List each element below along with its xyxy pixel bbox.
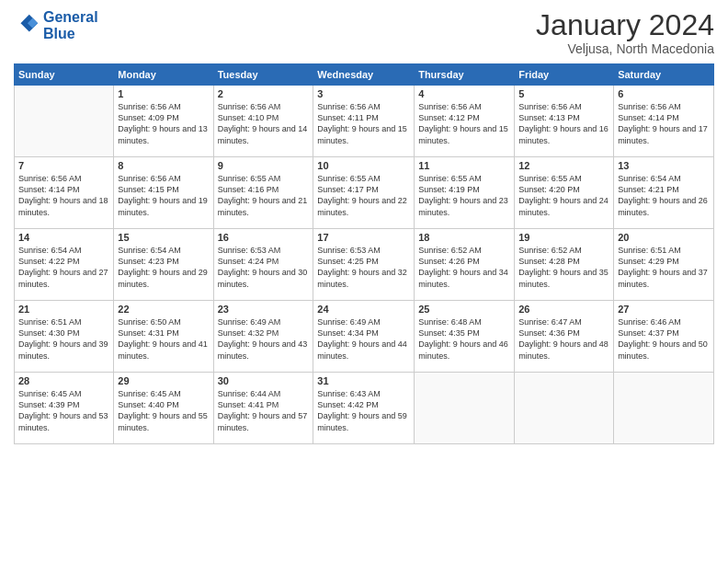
day-number: 2: [218, 88, 310, 99]
day-number: 13: [618, 160, 710, 171]
calendar-cell: 31Sunrise: 6:43 AMSunset: 4:42 PMDayligh…: [313, 373, 415, 444]
calendar-cell: 29Sunrise: 6:45 AMSunset: 4:40 PMDayligh…: [114, 373, 213, 444]
calendar-cell: [614, 373, 714, 444]
calendar-cell: 25Sunrise: 6:48 AMSunset: 4:35 PMDayligh…: [415, 301, 515, 373]
day-number: 22: [118, 304, 209, 315]
day-info: Sunrise: 6:44 AMSunset: 4:41 PMDaylight:…: [218, 388, 310, 433]
calendar-cell: 21Sunrise: 6:51 AMSunset: 4:30 PMDayligh…: [15, 301, 114, 373]
day-info: Sunrise: 6:53 AMSunset: 4:24 PMDaylight:…: [218, 245, 310, 290]
header-day-sunday: Sunday: [15, 64, 114, 86]
day-info: Sunrise: 6:54 AMSunset: 4:23 PMDaylight:…: [118, 245, 209, 290]
day-info: Sunrise: 6:47 AMSunset: 4:36 PMDaylight:…: [518, 316, 609, 362]
calendar-cell: 8Sunrise: 6:56 AMSunset: 4:15 PMDaylight…: [114, 157, 213, 229]
day-info: Sunrise: 6:56 AMSunset: 4:13 PMDaylight:…: [518, 101, 609, 146]
day-number: 31: [317, 375, 410, 386]
day-number: 17: [317, 232, 410, 243]
logo-text: General Blue: [43, 9, 98, 41]
day-number: 7: [18, 160, 109, 171]
day-number: 26: [518, 304, 609, 315]
day-info: Sunrise: 6:52 AMSunset: 4:28 PMDaylight:…: [518, 245, 609, 290]
header: General Blue January 2024 Veljusa, North…: [14, 9, 714, 56]
calendar-header-row: SundayMondayTuesdayWednesdayThursdayFrid…: [15, 64, 714, 86]
day-number: 9: [218, 160, 310, 171]
calendar-cell: 11Sunrise: 6:55 AMSunset: 4:19 PMDayligh…: [415, 157, 515, 229]
day-number: 1: [118, 88, 209, 99]
day-info: Sunrise: 6:51 AMSunset: 4:29 PMDaylight:…: [618, 245, 710, 290]
logo-icon: [14, 13, 40, 39]
calendar-cell: 22Sunrise: 6:50 AMSunset: 4:31 PMDayligh…: [114, 301, 213, 373]
calendar-cell: 10Sunrise: 6:55 AMSunset: 4:17 PMDayligh…: [313, 157, 415, 229]
calendar-cell: 13Sunrise: 6:54 AMSunset: 4:21 PMDayligh…: [614, 157, 714, 229]
day-number: 10: [317, 160, 410, 171]
day-number: 23: [218, 304, 310, 315]
day-number: 29: [118, 375, 209, 386]
day-info: Sunrise: 6:56 AMSunset: 4:09 PMDaylight:…: [118, 101, 209, 146]
calendar-week-1: 7Sunrise: 6:56 AMSunset: 4:14 PMDaylight…: [15, 157, 714, 229]
header-day-thursday: Thursday: [415, 64, 515, 86]
day-number: 27: [618, 304, 710, 315]
calendar-title: January 2024: [536, 9, 714, 41]
header-day-tuesday: Tuesday: [213, 64, 313, 86]
calendar-cell: 1Sunrise: 6:56 AMSunset: 4:09 PMDaylight…: [114, 86, 213, 157]
day-number: 14: [18, 232, 109, 243]
calendar-cell: [415, 373, 515, 444]
calendar-cell: 17Sunrise: 6:53 AMSunset: 4:25 PMDayligh…: [313, 229, 415, 301]
calendar-week-2: 14Sunrise: 6:54 AMSunset: 4:22 PMDayligh…: [15, 229, 714, 301]
day-number: 16: [218, 232, 310, 243]
day-info: Sunrise: 6:56 AMSunset: 4:12 PMDaylight:…: [418, 101, 510, 146]
day-info: Sunrise: 6:56 AMSunset: 4:10 PMDaylight:…: [218, 101, 310, 146]
day-number: 8: [118, 160, 209, 171]
calendar-cell: 7Sunrise: 6:56 AMSunset: 4:14 PMDaylight…: [15, 157, 114, 229]
day-number: 12: [518, 160, 609, 171]
calendar-cell: [515, 373, 614, 444]
day-info: Sunrise: 6:52 AMSunset: 4:26 PMDaylight:…: [418, 245, 510, 290]
day-info: Sunrise: 6:55 AMSunset: 4:20 PMDaylight:…: [518, 173, 609, 218]
day-number: 28: [18, 375, 109, 386]
calendar-cell: 5Sunrise: 6:56 AMSunset: 4:13 PMDaylight…: [515, 86, 614, 157]
title-block: January 2024 Veljusa, North Macedonia: [536, 9, 714, 56]
calendar-cell: 14Sunrise: 6:54 AMSunset: 4:22 PMDayligh…: [15, 229, 114, 301]
header-day-friday: Friday: [515, 64, 614, 86]
logo: General Blue: [14, 9, 98, 41]
day-info: Sunrise: 6:54 AMSunset: 4:21 PMDaylight:…: [618, 173, 710, 218]
calendar-week-4: 28Sunrise: 6:45 AMSunset: 4:39 PMDayligh…: [15, 373, 714, 444]
day-number: 4: [418, 88, 510, 99]
header-day-wednesday: Wednesday: [313, 64, 415, 86]
calendar-cell: 30Sunrise: 6:44 AMSunset: 4:41 PMDayligh…: [213, 373, 313, 444]
calendar-cell: 4Sunrise: 6:56 AMSunset: 4:12 PMDaylight…: [415, 86, 515, 157]
day-info: Sunrise: 6:48 AMSunset: 4:35 PMDaylight:…: [418, 316, 510, 362]
calendar-cell: 3Sunrise: 6:56 AMSunset: 4:11 PMDaylight…: [313, 86, 415, 157]
day-number: 18: [418, 232, 510, 243]
day-info: Sunrise: 6:55 AMSunset: 4:19 PMDaylight:…: [418, 173, 510, 218]
day-info: Sunrise: 6:49 AMSunset: 4:32 PMDaylight:…: [218, 316, 310, 362]
calendar-cell: 28Sunrise: 6:45 AMSunset: 4:39 PMDayligh…: [15, 373, 114, 444]
day-info: Sunrise: 6:53 AMSunset: 4:25 PMDaylight:…: [317, 245, 410, 290]
calendar-cell: 19Sunrise: 6:52 AMSunset: 4:28 PMDayligh…: [515, 229, 614, 301]
day-number: 21: [18, 304, 109, 315]
day-number: 15: [118, 232, 209, 243]
day-number: 11: [418, 160, 510, 171]
day-info: Sunrise: 6:45 AMSunset: 4:39 PMDaylight:…: [18, 388, 109, 433]
day-info: Sunrise: 6:46 AMSunset: 4:37 PMDaylight:…: [618, 316, 710, 362]
calendar-cell: 16Sunrise: 6:53 AMSunset: 4:24 PMDayligh…: [213, 229, 313, 301]
day-info: Sunrise: 6:49 AMSunset: 4:34 PMDaylight:…: [317, 316, 410, 362]
day-number: 3: [317, 88, 410, 99]
day-info: Sunrise: 6:55 AMSunset: 4:17 PMDaylight:…: [317, 173, 410, 218]
calendar-cell: 15Sunrise: 6:54 AMSunset: 4:23 PMDayligh…: [114, 229, 213, 301]
calendar-cell: [15, 86, 114, 157]
calendar-cell: 27Sunrise: 6:46 AMSunset: 4:37 PMDayligh…: [614, 301, 714, 373]
calendar-cell: 12Sunrise: 6:55 AMSunset: 4:20 PMDayligh…: [515, 157, 614, 229]
day-number: 25: [418, 304, 510, 315]
day-info: Sunrise: 6:54 AMSunset: 4:22 PMDaylight:…: [18, 245, 109, 290]
day-info: Sunrise: 6:56 AMSunset: 4:14 PMDaylight:…: [618, 101, 710, 146]
calendar-cell: 6Sunrise: 6:56 AMSunset: 4:14 PMDaylight…: [614, 86, 714, 157]
calendar-page: General Blue January 2024 Veljusa, North…: [0, 0, 728, 563]
day-info: Sunrise: 6:56 AMSunset: 4:15 PMDaylight:…: [118, 173, 209, 218]
calendar-cell: 24Sunrise: 6:49 AMSunset: 4:34 PMDayligh…: [313, 301, 415, 373]
day-number: 24: [317, 304, 410, 315]
day-info: Sunrise: 6:55 AMSunset: 4:16 PMDaylight:…: [218, 173, 310, 218]
header-day-monday: Monday: [114, 64, 213, 86]
day-number: 19: [518, 232, 609, 243]
calendar-cell: 20Sunrise: 6:51 AMSunset: 4:29 PMDayligh…: [614, 229, 714, 301]
day-info: Sunrise: 6:56 AMSunset: 4:14 PMDaylight:…: [18, 173, 109, 218]
